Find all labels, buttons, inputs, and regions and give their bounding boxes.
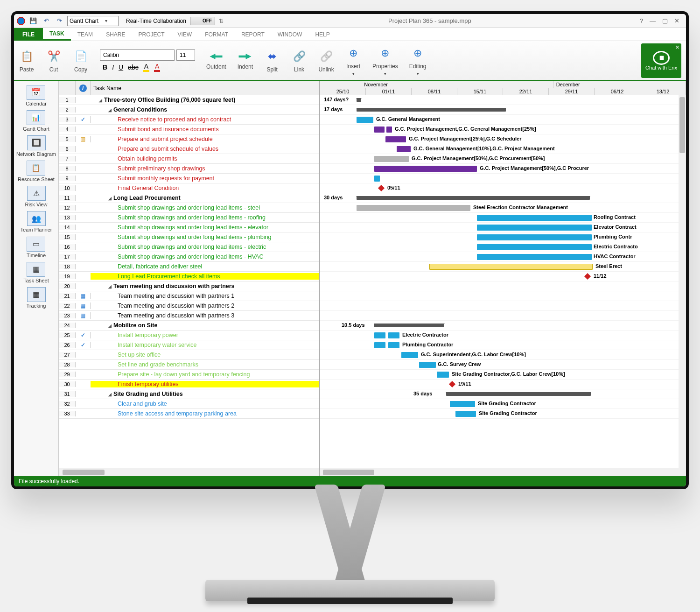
gantt-bar[interactable] [374, 176, 380, 182]
task-row[interactable]: 3✓Receive notice to proceed and sign con… [59, 115, 319, 125]
task-row[interactable]: 9Submit monthly requests for payment [59, 174, 319, 183]
gantt-row[interactable] [320, 174, 686, 183]
gantt-row[interactable]: G.C. Project Management,G.C. General Man… [320, 125, 686, 134]
gantt-bar[interactable] [357, 205, 470, 211]
menu-help[interactable]: HELP [308, 28, 336, 41]
menu-file[interactable]: FILE [14, 28, 43, 41]
gantt-row[interactable]: Plumbing Contr [320, 232, 686, 242]
gantt-row[interactable]: Site Grading Contractor,G.C. Labor Crew[… [320, 370, 686, 380]
col-indicator-header[interactable]: i [76, 81, 91, 95]
copy-button[interactable]: 📄Copy [73, 49, 89, 73]
milestone-icon[interactable] [378, 185, 385, 191]
col-id-header[interactable] [59, 81, 76, 95]
task-row[interactable]: 5▥Prepare and submit project schedule [59, 134, 319, 144]
gantt-row[interactable]: Electric Contracto [320, 242, 686, 252]
menu-project[interactable]: PROJECT [132, 28, 171, 41]
task-row[interactable]: 14Submit shop drawings and order long le… [59, 223, 319, 232]
task-row[interactable]: 33Stone site access and temporary parkin… [59, 409, 319, 419]
properties-dropdown[interactable]: ⊕Properties▾ [372, 45, 398, 76]
gantt-row[interactable]: 30 days [320, 193, 686, 203]
gantt-vscroll[interactable] [679, 95, 686, 468]
task-row[interactable]: 8Submit preliminary shop drawings [59, 164, 319, 174]
underline-button[interactable]: U [119, 63, 123, 71]
paste-button[interactable]: 📋Paste [19, 49, 35, 73]
gantt-row[interactable] [320, 281, 686, 291]
nav-network[interactable]: 🔲Network Diagram [16, 135, 56, 157]
task-row[interactable]: 32Clear and grub site [59, 399, 319, 409]
nav-gantt[interactable]: 📊Gantt Chart [23, 110, 49, 132]
task-row[interactable]: 31Site Grading and Utilities [59, 389, 319, 399]
task-row[interactable]: 22▦Team meeting and discussion with part… [59, 301, 319, 311]
nav-team[interactable]: 👥Team Planner [21, 211, 52, 232]
gantt-bar[interactable] [374, 324, 444, 327]
gantt-bar[interactable] [419, 362, 436, 368]
gantt-bar[interactable] [388, 342, 399, 348]
gantt-body[interactable]: 147 days?17 daysG.C. General ManagementG… [320, 95, 686, 468]
cut-button[interactable]: ✂️Cut [46, 49, 62, 73]
gantt-row[interactable]: Plumbing Contractor [320, 340, 686, 350]
task-row[interactable]: 18Detail, fabricate and deliver steel [59, 262, 319, 272]
gantt-bar[interactable] [397, 146, 411, 152]
gantt-row[interactable]: G.C. Project Management[50%],G.C Procure… [320, 164, 686, 174]
gantt-row[interactable]: Steel Erect [320, 262, 686, 272]
chat-close-icon[interactable]: ✕ [675, 44, 679, 50]
gantt-bar[interactable] [477, 215, 592, 221]
task-row[interactable]: 25✓Install temporary power [59, 331, 319, 340]
nav-tracking[interactable]: ▦Tracking [27, 287, 46, 309]
gantt-row[interactable]: Site Grading Contractor [320, 409, 686, 419]
task-row[interactable]: 23▦Team meeting and discussion with part… [59, 311, 319, 321]
view-dropdown[interactable]: Gantt Chart [67, 16, 119, 26]
rtc-more-icon[interactable]: ⇅ [219, 18, 224, 24]
task-row[interactable]: 16Submit shop drawings and order long le… [59, 242, 319, 252]
task-body[interactable]: 1Three-story Office Building (76,000 squ… [59, 95, 319, 468]
gantt-bar[interactable] [374, 156, 409, 162]
task-row[interactable]: 20Team meeting and discussion with partn… [59, 281, 319, 291]
bold-button[interactable]: B [103, 63, 107, 71]
gantt-row[interactable]: 10.5 days [320, 321, 686, 331]
milestone-icon[interactable] [449, 381, 455, 387]
menu-window[interactable]: WINDOW [271, 28, 309, 41]
nav-tasksheet[interactable]: ▦Task Sheet [23, 262, 49, 283]
task-row[interactable]: 13Submit shop drawings and order long le… [59, 213, 319, 223]
gantt-bar[interactable] [477, 254, 592, 260]
menu-view[interactable]: VIEW [171, 28, 198, 41]
gantt-row[interactable]: G.C. Superintendent,G.C. Labor Crew[10%] [320, 350, 686, 360]
maximize-button[interactable]: ▢ [662, 17, 668, 24]
gantt-bar[interactable] [450, 401, 475, 407]
redo-button[interactable]: ↷ [54, 16, 64, 26]
rtc-toggle[interactable]: OFF [190, 17, 215, 25]
gantt-bar[interactable] [385, 136, 406, 142]
link-button[interactable]: 🔗Link [291, 49, 307, 73]
gantt-row[interactable]: G.C. Project Management[25%],G.C Schedul… [320, 134, 686, 144]
task-row[interactable]: 21▦Team meeting and discussion with part… [59, 291, 319, 301]
task-row[interactable]: 30Finish temporay utilities [59, 380, 319, 389]
gantt-bar[interactable] [429, 264, 593, 270]
close-button[interactable]: ✕ [674, 17, 679, 24]
gantt-bar[interactable] [455, 411, 476, 417]
gantt-row[interactable]: 147 days? [320, 95, 686, 105]
gantt-bar[interactable] [401, 352, 418, 358]
nav-timeline[interactable]: ▭Timeline [27, 237, 46, 258]
task-row[interactable]: 29Prepare site - lay down yard and tempo… [59, 370, 319, 380]
gantt-bar[interactable] [446, 392, 591, 396]
task-row[interactable]: 27Set up site office [59, 350, 319, 360]
gantt-bar[interactable] [357, 196, 590, 200]
task-hscroll[interactable] [59, 468, 319, 476]
gantt-row[interactable]: Steel Erection Contractor Management [320, 203, 686, 213]
gantt-row[interactable]: HVAC Contractor [320, 252, 686, 262]
gantt-row[interactable]: G.C. Project Management[50%],G.C Procure… [320, 154, 686, 164]
gantt-bar[interactable] [374, 332, 385, 338]
gantt-bar[interactable] [477, 244, 592, 250]
gantt-bar[interactable] [388, 332, 399, 338]
nav-calendar[interactable]: 📅Calendar [26, 85, 47, 106]
gantt-row[interactable]: Elevator Contract [320, 223, 686, 232]
font-family-combo[interactable]: Calibri [100, 49, 175, 61]
task-row[interactable]: 11Long Lead Procurement [59, 193, 319, 203]
gantt-row[interactable]: Electric Contractor [320, 331, 686, 340]
task-row[interactable]: 1Three-story Office Building (76,000 squ… [59, 95, 319, 105]
gantt-row[interactable] [320, 311, 686, 321]
highlight-button[interactable]: A [143, 63, 149, 72]
task-row[interactable]: 15Submit shop drawings and order long le… [59, 232, 319, 242]
gantt-bar[interactable] [374, 342, 385, 348]
gantt-bar[interactable] [357, 108, 506, 112]
